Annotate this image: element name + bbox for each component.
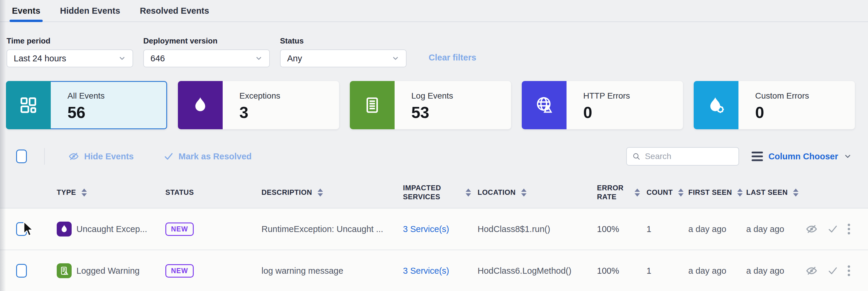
hide-events-label: Hide Events [84,152,134,161]
status-label: Status [280,36,407,45]
event-type-label: Logged Warning [76,266,140,276]
column-header-impacted-services[interactable]: IMPACTED SERVICES [403,183,477,202]
chevron-down-icon [392,54,399,62]
flame-icon [59,224,69,234]
globe-warning-icon [534,95,554,115]
card-title: Custom Errors [755,91,809,101]
check-icon [163,151,174,161]
table-toolbar: Hide Events Mark as Resolved Column Choo… [0,147,868,166]
card-all-events[interactable]: All Events 56 [6,81,167,129]
card-value: 3 [239,103,280,121]
deployment-version-value: 646 [150,53,165,64]
log-document-icon [362,95,382,115]
card-exceptions[interactable]: Exceptions 3 [178,81,339,129]
first-seen-value: a day ago [688,266,746,276]
column-header-status[interactable]: STATUS [165,188,261,197]
deployment-version-select[interactable]: 646 [143,49,270,67]
row-checkbox[interactable] [16,264,27,278]
card-title: Log Events [411,91,453,101]
sort-icon[interactable] [793,188,799,196]
sort-icon[interactable] [466,188,471,196]
card-title: All Events [67,91,105,101]
table-header-row: TYPE STATUS DESCRIPTION IMPACTED SERVICE… [0,177,868,209]
sort-icon[interactable] [318,188,323,196]
time-period-label: Time period [6,36,133,45]
event-location: HodClass8$1.run() [477,224,597,234]
hide-events-button[interactable]: Hide Events [68,151,134,162]
toolbar-divider [44,148,45,165]
eye-slash-icon [68,151,80,162]
time-period-select[interactable]: Last 24 hours [6,49,133,67]
count-value: 1 [647,224,688,234]
column-chooser-label: Column Chooser [768,152,838,161]
row-menu-kebab-icon[interactable] [848,224,850,234]
row-checkbox[interactable] [16,222,27,236]
column-header-description[interactable]: DESCRIPTION [261,188,403,197]
sort-icon[interactable] [634,188,640,196]
table-row[interactable]: Logged Warning NEW log warning message 3… [0,250,868,291]
column-header-location[interactable]: LOCATION [477,188,597,197]
card-http-errors[interactable]: HTTP Errors 0 [522,81,683,129]
card-value: 0 [755,103,809,121]
resolve-event-icon-button[interactable] [828,265,838,276]
sort-icon[interactable] [737,188,743,196]
event-type-label: Uncaught Excep... [76,224,147,234]
mark-as-resolved-button[interactable]: Mark as Resolved [163,151,252,161]
column-header-error-rate[interactable]: ERROR RATE [597,183,647,202]
last-seen-value: a day ago [746,224,803,234]
clear-filters-button[interactable]: Clear filters [429,53,476,63]
mark-as-resolved-label: Mark as Resolved [179,152,252,161]
chevron-down-icon [843,152,852,160]
last-seen-value: a day ago [746,266,803,276]
column-chooser-button[interactable]: Column Chooser [752,152,852,161]
tab-events[interactable]: Events [12,0,40,22]
search-icon [632,152,641,161]
flame-gear-icon [706,95,726,115]
stat-cards: All Events 56 Exceptions 3 Log Events [0,81,868,129]
card-log-events[interactable]: Log Events 53 [350,81,511,129]
table-row[interactable]: Uncaught Excep... NEW RuntimeException: … [0,209,868,250]
log-warning-icon [59,266,69,276]
deployment-version-label: Deployment version [143,36,270,45]
chevron-down-icon [118,54,126,62]
select-all-checkbox[interactable] [16,149,27,163]
impacted-services-link[interactable]: 3 Service(s) [403,224,449,234]
card-custom-errors[interactable]: Custom Errors 0 [694,81,855,129]
check-icon [828,224,838,234]
card-title: HTTP Errors [583,91,630,101]
hide-event-icon-button[interactable] [805,264,818,277]
check-icon [828,265,838,276]
sort-icon[interactable] [82,188,87,196]
error-rate-value: 100% [597,224,647,234]
card-title: Exceptions [239,91,280,101]
status-select[interactable]: Any [280,49,407,67]
time-period-filter: Time period Last 24 hours [6,36,133,67]
tab-resolved-events[interactable]: Resolved Events [140,0,209,22]
column-header-count[interactable]: COUNT [647,188,688,197]
column-header-last-seen[interactable]: LAST SEEN [746,188,803,197]
impacted-services-link[interactable]: 3 Service(s) [403,266,449,276]
column-header-first-seen[interactable]: FIRST SEEN [688,188,746,197]
sort-icon[interactable] [521,188,527,196]
event-location: HodClass6.LogMethod() [477,266,597,276]
status-badge: NEW [165,264,194,278]
row-menu-kebab-icon[interactable] [848,265,850,276]
hamburger-icon [752,152,763,161]
count-value: 1 [647,266,688,276]
card-value: 56 [67,103,105,121]
card-value: 53 [411,103,453,121]
sort-icon[interactable] [678,188,684,196]
tab-hidden-events[interactable]: Hidden Events [60,0,120,22]
search-input[interactable] [645,152,733,161]
resolve-event-icon-button[interactable] [828,224,838,234]
card-value: 0 [583,103,630,121]
event-description: log warning message [261,266,403,276]
column-header-type[interactable]: TYPE [57,188,165,197]
chevron-down-icon [255,54,263,62]
search-box [626,147,739,166]
flame-icon [190,95,210,115]
hide-event-icon-button[interactable] [805,223,818,235]
time-period-value: Last 24 hours [14,53,66,64]
eye-slash-icon [805,223,818,235]
first-seen-value: a day ago [688,224,746,234]
